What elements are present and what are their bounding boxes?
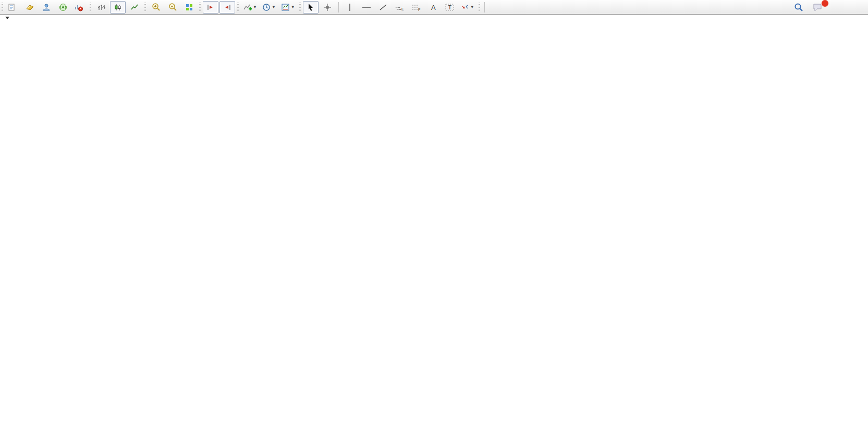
svg-text:F: F bbox=[418, 8, 420, 11]
svg-text:T: T bbox=[448, 4, 451, 10]
dropdown-arrow-icon: ▼ bbox=[253, 5, 257, 9]
signals-button[interactable] bbox=[55, 1, 71, 14]
text-a-icon: A bbox=[430, 3, 437, 11]
templates-button[interactable]: ▼ bbox=[279, 1, 297, 14]
auto-scroll-icon bbox=[206, 3, 215, 11]
chart-title[interactable] bbox=[5, 17, 18, 19]
toolbar-grip bbox=[299, 3, 301, 12]
symbol-dropdown-icon[interactable] bbox=[5, 17, 9, 19]
bar-chart-icon bbox=[97, 3, 105, 11]
chart-canvas bbox=[0, 0, 868, 439]
toolbar-grip bbox=[2, 3, 3, 12]
cursor-button[interactable] bbox=[303, 1, 319, 14]
equidistant-channel-icon: E bbox=[395, 3, 405, 11]
auto-trading-icon bbox=[75, 3, 83, 11]
tile-windows-icon bbox=[185, 3, 193, 11]
notifications-button[interactable] bbox=[810, 1, 826, 14]
toolbar: ▼ ▼ ▼ bbox=[0, 0, 868, 15]
auto-scroll-button[interactable] bbox=[203, 1, 218, 14]
template-icon bbox=[281, 3, 290, 11]
toolbar-separator bbox=[484, 2, 485, 12]
cursor-icon bbox=[307, 3, 314, 11]
svg-text:A: A bbox=[431, 4, 436, 11]
arrows-button[interactable]: ▼ bbox=[459, 1, 476, 14]
toolbar-grip bbox=[199, 3, 201, 12]
candlestick-chart-icon bbox=[114, 3, 122, 11]
crosshair-button[interactable] bbox=[320, 1, 335, 14]
dropdown-arrow-icon: ▼ bbox=[272, 5, 276, 9]
vertical-line-button[interactable] bbox=[342, 1, 358, 14]
search-icon bbox=[794, 3, 803, 12]
text-label-button[interactable]: T bbox=[442, 1, 458, 14]
profile-button[interactable] bbox=[39, 1, 54, 14]
toolbar-grip bbox=[479, 3, 480, 12]
new-order-icon bbox=[8, 3, 16, 11]
arrows-icon bbox=[461, 3, 469, 11]
new-order-button[interactable] bbox=[5, 1, 21, 14]
fibonacci-icon: F bbox=[412, 3, 421, 11]
svg-text:E: E bbox=[401, 7, 404, 11]
toolbar-separator bbox=[338, 2, 339, 12]
label-t-icon: T bbox=[445, 3, 455, 11]
fibonacci-button[interactable]: F bbox=[409, 1, 424, 14]
horizontal-line-icon bbox=[362, 3, 371, 11]
channel-button[interactable]: E bbox=[392, 1, 408, 14]
chart-shift-icon bbox=[223, 3, 231, 11]
crosshair-icon bbox=[323, 3, 332, 11]
tile-windows-button[interactable] bbox=[181, 1, 197, 14]
vertical-line-icon bbox=[347, 3, 353, 11]
line-chart-icon bbox=[130, 3, 139, 11]
dropdown-arrow-icon: ▼ bbox=[291, 5, 295, 9]
trendline-icon bbox=[379, 3, 387, 11]
zoom-in-icon bbox=[152, 3, 161, 11]
chart-candles-button[interactable] bbox=[110, 1, 126, 14]
clock-icon bbox=[262, 3, 271, 11]
horizontal-line-button[interactable] bbox=[359, 1, 374, 14]
user-icon bbox=[42, 3, 51, 11]
periods-button[interactable]: ▼ bbox=[260, 1, 278, 14]
toolbar-grip bbox=[90, 3, 91, 12]
signal-icon bbox=[59, 3, 67, 11]
text-button[interactable]: A bbox=[425, 1, 441, 14]
chart-shift-button[interactable] bbox=[219, 1, 235, 14]
zoom-out-icon bbox=[168, 3, 177, 11]
zoom-out-button[interactable] bbox=[165, 1, 180, 14]
zoom-in-button[interactable] bbox=[148, 1, 164, 14]
auto-trading-button[interactable] bbox=[72, 1, 88, 14]
add-indicator-icon bbox=[243, 3, 252, 11]
book-icon bbox=[26, 3, 34, 11]
history-center-button[interactable] bbox=[22, 1, 38, 14]
indicators-button[interactable]: ▼ bbox=[241, 1, 259, 14]
dropdown-arrow-icon: ▼ bbox=[470, 5, 474, 9]
toolbar-grip bbox=[144, 3, 146, 12]
search-button[interactable] bbox=[791, 1, 806, 14]
trendline-button[interactable] bbox=[375, 1, 391, 14]
mt4-window: ▼ ▼ ▼ bbox=[0, 0, 868, 439]
chart-line-button[interactable] bbox=[127, 1, 142, 14]
chart-bars-button[interactable] bbox=[93, 1, 109, 14]
toolbar-grip bbox=[237, 3, 239, 12]
